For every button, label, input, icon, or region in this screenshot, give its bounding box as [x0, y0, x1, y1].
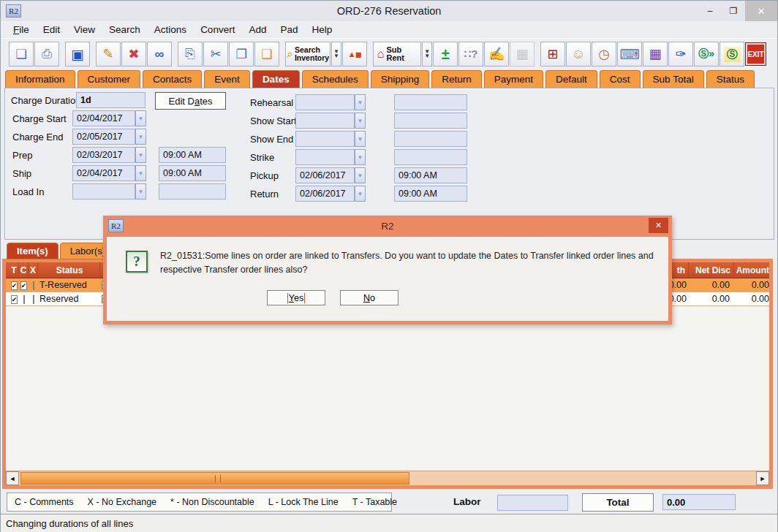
scroll-right-arrow[interactable]: ► — [756, 471, 769, 485]
paste-button[interactable]: ❑ — [254, 42, 279, 66]
pickup-time-field[interactable]: 09:00 AM — [394, 167, 467, 183]
tab-customer[interactable]: Customer — [78, 70, 141, 88]
total-button[interactable]: Total — [582, 493, 654, 512]
show-end-time-field[interactable] — [394, 131, 467, 147]
delete-button[interactable]: ✖ — [121, 42, 146, 66]
no-button[interactable]: No — [340, 290, 399, 305]
rehearsal-date-field[interactable] — [295, 94, 355, 110]
charge-duration-field[interactable]: 1d — [76, 92, 146, 108]
show-start-time-field[interactable] — [394, 113, 467, 129]
tab-dates[interactable]: Dates — [252, 70, 300, 88]
scroll-left-arrow[interactable]: ◄ — [6, 471, 19, 485]
comments-checkbox-checked[interactable]: ✔ — [20, 281, 28, 290]
prep-time-field[interactable]: 09:00 AM — [159, 147, 226, 163]
edit-button[interactable]: ✎ — [96, 42, 121, 66]
ship-date-field[interactable]: 02/04/2017 — [72, 165, 135, 181]
pickup-date-dropdown[interactable]: ▼ — [355, 167, 366, 183]
menu-edit[interactable]: Edit — [37, 22, 67, 37]
show-start-date-dropdown[interactable]: ▼ — [355, 113, 366, 129]
find-button[interactable]: ∞ — [147, 42, 172, 66]
availability-button[interactable]: ∷? — [458, 42, 483, 66]
menu-view[interactable]: View — [67, 22, 102, 37]
tab-default[interactable]: Default — [545, 70, 597, 88]
history-button[interactable]: ◷ — [592, 42, 616, 66]
no-exchange-checkbox[interactable] — [33, 295, 34, 304]
column-header-t[interactable]: T — [10, 262, 19, 278]
exit-button[interactable]: EXIT — [745, 42, 766, 66]
load-in-date-field[interactable] — [72, 183, 135, 200]
search-inventory-dropdown[interactable]: ▼▼ — [331, 42, 341, 66]
load-in-date-dropdown[interactable]: ▼ — [135, 183, 146, 200]
sub-rent-dropdown[interactable]: ▼▼ — [422, 42, 432, 66]
rehearsal-time-field[interactable] — [394, 94, 467, 110]
return-time-field[interactable]: 09:00 AM — [394, 186, 467, 202]
tab-event[interactable]: Event — [204, 70, 250, 88]
print-button[interactable]: ⎙ — [34, 42, 59, 66]
cut-button[interactable]: ✂ — [203, 42, 228, 66]
column-header-x[interactable]: X — [29, 262, 38, 278]
tab-shipping[interactable]: Shipping — [371, 70, 430, 88]
tab-status[interactable]: Status — [706, 70, 755, 88]
search-inventory-button[interactable]: ⌕ Search Inventory — [285, 42, 331, 66]
labor-field[interactable] — [497, 495, 568, 511]
column-header-amount[interactable]: Amount — [734, 265, 769, 276]
total-field[interactable]: 0.00 — [662, 494, 736, 510]
add-remove-line-button[interactable]: ± — [433, 42, 458, 66]
copy-button[interactable]: ❐ — [229, 42, 254, 66]
edit-dates-button[interactable]: Edit Dates — [155, 92, 226, 110]
comments-checkbox[interactable] — [23, 295, 25, 304]
return-date-dropdown[interactable]: ▼ — [355, 186, 366, 202]
strike-time-field[interactable] — [394, 149, 467, 165]
contacts-button[interactable]: ☺ — [566, 42, 591, 66]
charge-end-date-dropdown[interactable]: ▼ — [135, 129, 146, 145]
prep-date-dropdown[interactable]: ▼ — [135, 147, 146, 163]
prep-date-field[interactable]: 02/03/2017 — [72, 147, 135, 163]
rehearsal-date-dropdown[interactable]: ▼ — [355, 94, 366, 110]
charge-start-date-dropdown[interactable]: ▼ — [135, 110, 146, 126]
configurator-button[interactable]: ▦ — [643, 42, 668, 66]
tab-return[interactable]: Return — [431, 70, 482, 88]
ship-time-field[interactable]: 09:00 AM — [159, 165, 226, 181]
copy-to-order-button[interactable]: ⎘ — [178, 42, 203, 66]
tab-payment[interactable]: Payment — [484, 70, 543, 88]
menu-pad[interactable]: Pad — [273, 22, 305, 37]
menu-add[interactable]: Add — [242, 22, 273, 37]
taxable-checkbox-checked[interactable]: ✔ — [11, 295, 18, 304]
yes-button[interactable]: Yes — [267, 290, 325, 305]
return-date-field[interactable]: 02/06/2017 — [295, 186, 355, 202]
quick-sale-button[interactable]: Ⓢ» — [694, 42, 719, 66]
notes-button[interactable]: ✍ — [484, 42, 509, 66]
invoice-button[interactable]: Ⓢ — [720, 42, 744, 66]
load-in-time-field[interactable] — [159, 183, 226, 200]
tab-schedules[interactable]: Schedules — [302, 70, 369, 88]
tab-contacts[interactable]: Contacts — [143, 70, 202, 88]
menu-help[interactable]: Help — [305, 22, 339, 37]
edit-document-button[interactable]: ✑ — [668, 42, 693, 66]
org-chart-button[interactable]: ⊞ — [540, 42, 565, 66]
scrollbar-thumb[interactable] — [20, 472, 409, 484]
no-exchange-checkbox[interactable] — [33, 281, 34, 290]
tab-sub-total[interactable]: Sub Total — [643, 70, 704, 88]
column-header-status[interactable]: Status — [38, 262, 100, 278]
menu-search[interactable]: Search — [102, 22, 148, 37]
charge-start-date-field[interactable]: 02/04/2017 — [72, 110, 135, 126]
strike-date-dropdown[interactable]: ▼ — [355, 149, 366, 165]
menu-convert[interactable]: Convert — [194, 22, 242, 37]
shapes-button[interactable]: ▲◼ — [342, 42, 367, 66]
sub-rent-button[interactable]: ⌂ Sub Rent — [373, 42, 422, 66]
tab-information[interactable]: Information — [5, 70, 75, 88]
pickup-date-field[interactable]: 02/06/2017 — [295, 167, 355, 183]
close-button[interactable]: ✕ — [745, 1, 777, 21]
tab-items[interactable]: Item(s) — [7, 243, 58, 259]
dialog-close-icon[interactable]: ✕ — [649, 218, 668, 233]
minimize-button[interactable]: – — [698, 1, 722, 21]
taxable-checkbox-checked[interactable]: ✔ — [11, 281, 18, 290]
maximize-button[interactable]: ❐ — [722, 1, 745, 21]
save-button[interactable]: ▣ — [65, 42, 90, 66]
strike-date-field[interactable] — [295, 149, 355, 165]
show-end-date-dropdown[interactable]: ▼ — [355, 131, 366, 147]
shortcut-button[interactable]: ⌨ — [617, 42, 642, 66]
column-header-c[interactable]: C — [19, 262, 29, 278]
tab-cost[interactable]: Cost — [600, 70, 641, 88]
new-document-button[interactable]: ❏ — [9, 42, 34, 66]
